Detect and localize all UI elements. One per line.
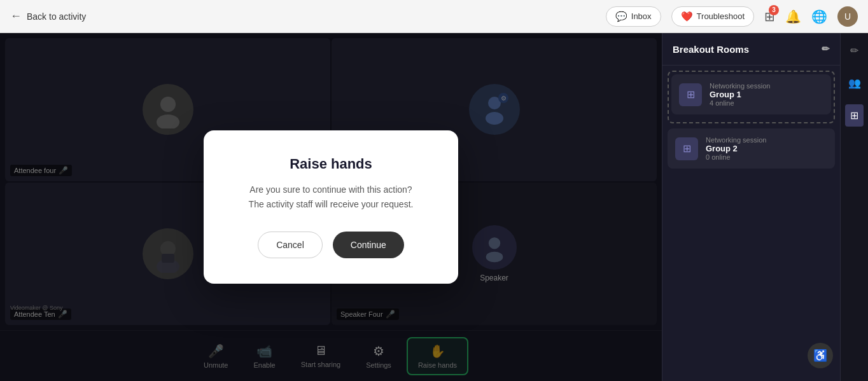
main-content: ⤡ ▣ Speaker ⊞ Gallery <box>0 33 868 381</box>
room-active-container: ⊞ Networking session Group 1 4 online <box>668 71 835 123</box>
room-2-name: Group 2 <box>706 144 827 153</box>
grid-rooms-icon[interactable]: ⊞ <box>845 104 864 127</box>
accessibility-button[interactable]: ♿ <box>808 343 833 368</box>
sidebar-title: Breakout Rooms <box>673 44 749 55</box>
room-1-name: Group 1 <box>710 90 823 99</box>
back-to-activity-label[interactable]: Back to activity <box>27 11 86 22</box>
raise-hands-modal: Raise hands Are you sure to continue wit… <box>204 130 458 284</box>
globe-icon[interactable]: 🌐 <box>811 9 827 24</box>
room-item-1[interactable]: ⊞ Networking session Group 1 4 online <box>671 74 831 114</box>
inbox-button[interactable]: 💬 Inbox <box>606 6 661 27</box>
room-1-session: Networking session <box>710 82 823 90</box>
room-1-info: Networking session Group 1 4 online <box>710 82 823 107</box>
sidebar-header: Breakout Rooms ✏ <box>662 33 840 66</box>
topbar: ← Back to activity 💬 Inbox ❤️ Troublesho… <box>0 0 868 33</box>
room-2-online: 0 online <box>706 153 827 161</box>
bell-icon[interactable]: 🔔 <box>785 9 801 24</box>
troubleshoot-button[interactable]: ❤️ Troubleshoot <box>671 6 754 27</box>
people-icon[interactable]: 👥 <box>843 72 866 94</box>
room-2-icon: ⊞ <box>675 137 698 160</box>
grid-notification[interactable]: ⊞ 3 <box>764 9 775 24</box>
right-sidebar: Breakout Rooms ✏ ⊞ Networking session Gr… <box>662 33 840 381</box>
modal-buttons: Cancel Continue <box>234 232 428 258</box>
room-1-online: 4 online <box>710 99 823 107</box>
rooms-list: ⊞ Networking session Group 1 4 online ⊞ … <box>662 66 840 179</box>
user-avatar[interactable]: U <box>837 6 858 27</box>
modal-title: Raise hands <box>234 156 428 172</box>
far-right-icons: ✏ 👥 ⊞ <box>840 33 868 381</box>
modal-desc-line2: The activity staff will receive your req… <box>249 199 414 209</box>
accessibility-icon: ♿ <box>808 343 833 368</box>
modal-overlay: Raise hands Are you sure to continue wit… <box>0 33 662 381</box>
video-area: ⤡ ▣ Speaker ⊞ Gallery <box>0 33 662 381</box>
edit-icon[interactable]: ✏ <box>845 39 864 62</box>
sidebar-edit-icon[interactable]: ✏ <box>822 43 830 55</box>
modal-desc-line1: Are you sure to continue with this actio… <box>249 184 412 195</box>
modal-description: Are you sure to continue with this actio… <box>234 183 428 211</box>
topbar-right: 💬 Inbox ❤️ Troubleshoot ⊞ 3 🔔 🌐 U <box>606 6 858 27</box>
continue-button[interactable]: Continue <box>333 232 404 258</box>
inbox-label: Inbox <box>631 11 652 21</box>
room-item-2[interactable]: ⊞ Networking session Group 2 0 online <box>668 128 835 169</box>
room-2-session: Networking session <box>706 136 827 144</box>
cancel-button[interactable]: Cancel <box>258 232 323 258</box>
troubleshoot-icon: ❤️ <box>681 11 693 22</box>
room-2-info: Networking session Group 2 0 online <box>706 136 827 161</box>
inbox-icon: 💬 <box>615 11 627 22</box>
troubleshoot-label: Troubleshoot <box>697 11 745 21</box>
notification-count: 3 <box>769 5 779 15</box>
topbar-left: ← Back to activity <box>10 10 606 23</box>
room-1-icon: ⊞ <box>679 83 702 106</box>
back-arrow-icon[interactable]: ← <box>10 10 22 23</box>
